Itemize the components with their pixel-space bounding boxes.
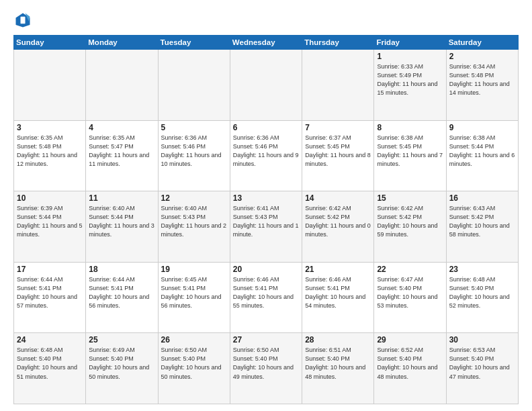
day-number: 17 bbox=[17, 265, 83, 274]
day-info: Sunrise: 6:51 AM Sunset: 5:40 PM Dayligh… bbox=[305, 346, 371, 381]
day-info: Sunrise: 6:37 AM Sunset: 5:45 PM Dayligh… bbox=[305, 134, 371, 169]
day-cell: 11Sunrise: 6:40 AM Sunset: 5:44 PM Dayli… bbox=[86, 191, 158, 263]
day-number: 6 bbox=[233, 123, 299, 132]
day-info: Sunrise: 6:46 AM Sunset: 5:41 PM Dayligh… bbox=[233, 275, 299, 310]
day-number: 13 bbox=[233, 193, 299, 203]
day-number: 15 bbox=[377, 193, 443, 203]
day-cell: 15Sunrise: 6:42 AM Sunset: 5:42 PM Dayli… bbox=[374, 191, 446, 263]
day-cell: 5Sunrise: 6:36 AM Sunset: 5:46 PM Daylig… bbox=[158, 120, 230, 191]
day-cell: 16Sunrise: 6:43 AM Sunset: 5:42 PM Dayli… bbox=[446, 191, 518, 263]
day-info: Sunrise: 6:41 AM Sunset: 5:43 PM Dayligh… bbox=[233, 204, 299, 239]
day-info: Sunrise: 6:36 AM Sunset: 5:46 PM Dayligh… bbox=[161, 134, 227, 169]
day-info: Sunrise: 6:44 AM Sunset: 5:41 PM Dayligh… bbox=[17, 275, 83, 310]
day-number: 7 bbox=[305, 123, 371, 132]
day-number: 16 bbox=[449, 193, 515, 203]
day-cell: 18Sunrise: 6:44 AM Sunset: 5:41 PM Dayli… bbox=[86, 262, 158, 333]
day-number: 11 bbox=[89, 193, 154, 203]
day-number: 28 bbox=[305, 335, 371, 345]
day-cell bbox=[86, 50, 158, 121]
week-row-1: 1Sunrise: 6:33 AM Sunset: 5:49 PM Daylig… bbox=[14, 50, 519, 121]
day-number: 21 bbox=[305, 265, 371, 274]
day-cell: 10Sunrise: 6:39 AM Sunset: 5:44 PM Dayli… bbox=[14, 191, 86, 263]
svg-rect-2 bbox=[21, 17, 26, 24]
day-info: Sunrise: 6:39 AM Sunset: 5:44 PM Dayligh… bbox=[17, 204, 83, 239]
day-number: 24 bbox=[17, 335, 83, 345]
day-cell: 13Sunrise: 6:41 AM Sunset: 5:43 PM Dayli… bbox=[230, 191, 302, 263]
day-cell: 20Sunrise: 6:46 AM Sunset: 5:41 PM Dayli… bbox=[230, 262, 302, 333]
day-number: 2 bbox=[449, 52, 515, 61]
page: SundayMondayTuesdayWednesdayThursdayFrid… bbox=[0, 0, 532, 411]
day-number: 3 bbox=[17, 123, 83, 132]
day-info: Sunrise: 6:33 AM Sunset: 5:49 PM Dayligh… bbox=[377, 62, 443, 97]
day-cell bbox=[302, 50, 374, 121]
day-info: Sunrise: 6:46 AM Sunset: 5:41 PM Dayligh… bbox=[305, 275, 371, 310]
week-row-4: 17Sunrise: 6:44 AM Sunset: 5:41 PM Dayli… bbox=[14, 262, 519, 333]
day-cell: 17Sunrise: 6:44 AM Sunset: 5:41 PM Dayli… bbox=[14, 262, 86, 333]
day-number: 10 bbox=[17, 193, 83, 203]
day-info: Sunrise: 6:34 AM Sunset: 5:48 PM Dayligh… bbox=[449, 62, 515, 97]
day-number: 23 bbox=[449, 265, 515, 274]
col-header-saturday: Saturday bbox=[446, 36, 518, 50]
day-cell: 21Sunrise: 6:46 AM Sunset: 5:41 PM Dayli… bbox=[302, 262, 374, 333]
day-cell: 22Sunrise: 6:47 AM Sunset: 5:40 PM Dayli… bbox=[374, 262, 446, 333]
day-number: 22 bbox=[377, 265, 443, 274]
day-cell: 29Sunrise: 6:52 AM Sunset: 5:40 PM Dayli… bbox=[374, 333, 446, 404]
day-number: 5 bbox=[161, 123, 227, 132]
day-number: 20 bbox=[233, 265, 299, 274]
day-number: 8 bbox=[377, 123, 443, 132]
day-cell bbox=[230, 50, 302, 121]
week-row-2: 3Sunrise: 6:35 AM Sunset: 5:48 PM Daylig… bbox=[14, 120, 519, 191]
col-header-tuesday: Tuesday bbox=[158, 36, 230, 50]
col-header-monday: Monday bbox=[86, 36, 158, 50]
day-info: Sunrise: 6:52 AM Sunset: 5:40 PM Dayligh… bbox=[377, 346, 443, 381]
day-cell bbox=[158, 50, 230, 121]
logo-icon bbox=[13, 11, 32, 30]
header bbox=[13, 11, 519, 30]
day-number: 4 bbox=[89, 123, 154, 132]
day-cell: 3Sunrise: 6:35 AM Sunset: 5:48 PM Daylig… bbox=[14, 120, 86, 191]
day-cell: 6Sunrise: 6:36 AM Sunset: 5:46 PM Daylig… bbox=[230, 120, 302, 191]
day-number: 27 bbox=[233, 335, 299, 345]
day-number: 12 bbox=[161, 193, 227, 203]
day-cell: 23Sunrise: 6:48 AM Sunset: 5:40 PM Dayli… bbox=[446, 262, 518, 333]
day-info: Sunrise: 6:40 AM Sunset: 5:43 PM Dayligh… bbox=[161, 204, 227, 239]
col-header-sunday: Sunday bbox=[14, 36, 86, 50]
week-row-3: 10Sunrise: 6:39 AM Sunset: 5:44 PM Dayli… bbox=[14, 191, 519, 263]
calendar: SundayMondayTuesdayWednesdayThursdayFrid… bbox=[13, 35, 519, 404]
day-number: 30 bbox=[449, 335, 515, 345]
day-info: Sunrise: 6:35 AM Sunset: 5:48 PM Dayligh… bbox=[17, 134, 83, 169]
day-cell: 7Sunrise: 6:37 AM Sunset: 5:45 PM Daylig… bbox=[302, 120, 374, 191]
day-number: 25 bbox=[89, 335, 154, 345]
logo bbox=[13, 11, 35, 30]
day-info: Sunrise: 6:49 AM Sunset: 5:40 PM Dayligh… bbox=[89, 346, 154, 381]
day-number: 29 bbox=[377, 335, 443, 345]
day-number: 18 bbox=[89, 265, 154, 274]
day-info: Sunrise: 6:45 AM Sunset: 5:41 PM Dayligh… bbox=[161, 275, 227, 310]
day-info: Sunrise: 6:43 AM Sunset: 5:42 PM Dayligh… bbox=[449, 204, 515, 239]
day-info: Sunrise: 6:44 AM Sunset: 5:41 PM Dayligh… bbox=[89, 275, 154, 310]
day-info: Sunrise: 6:47 AM Sunset: 5:40 PM Dayligh… bbox=[377, 275, 443, 310]
day-cell bbox=[14, 50, 86, 121]
day-number: 26 bbox=[161, 335, 227, 345]
day-number: 19 bbox=[161, 265, 227, 274]
day-cell: 26Sunrise: 6:50 AM Sunset: 5:40 PM Dayli… bbox=[158, 333, 230, 404]
day-info: Sunrise: 6:48 AM Sunset: 5:40 PM Dayligh… bbox=[449, 275, 515, 310]
day-cell: 2Sunrise: 6:34 AM Sunset: 5:48 PM Daylig… bbox=[446, 50, 518, 121]
day-info: Sunrise: 6:42 AM Sunset: 5:42 PM Dayligh… bbox=[305, 204, 371, 239]
day-cell: 30Sunrise: 6:53 AM Sunset: 5:40 PM Dayli… bbox=[446, 333, 518, 404]
day-info: Sunrise: 6:53 AM Sunset: 5:40 PM Dayligh… bbox=[449, 346, 515, 381]
day-info: Sunrise: 6:50 AM Sunset: 5:40 PM Dayligh… bbox=[233, 346, 299, 381]
col-header-friday: Friday bbox=[374, 36, 446, 50]
day-info: Sunrise: 6:35 AM Sunset: 5:47 PM Dayligh… bbox=[89, 134, 154, 169]
day-number: 1 bbox=[377, 52, 443, 61]
week-row-5: 24Sunrise: 6:48 AM Sunset: 5:40 PM Dayli… bbox=[14, 333, 519, 404]
day-number: 14 bbox=[305, 193, 371, 203]
day-cell: 25Sunrise: 6:49 AM Sunset: 5:40 PM Dayli… bbox=[86, 333, 158, 404]
day-info: Sunrise: 6:38 AM Sunset: 5:44 PM Dayligh… bbox=[449, 134, 515, 169]
header-row: SundayMondayTuesdayWednesdayThursdayFrid… bbox=[14, 36, 519, 50]
day-cell: 1Sunrise: 6:33 AM Sunset: 5:49 PM Daylig… bbox=[374, 50, 446, 121]
col-header-thursday: Thursday bbox=[302, 36, 374, 50]
day-info: Sunrise: 6:36 AM Sunset: 5:46 PM Dayligh… bbox=[233, 134, 299, 169]
day-cell: 27Sunrise: 6:50 AM Sunset: 5:40 PM Dayli… bbox=[230, 333, 302, 404]
col-header-wednesday: Wednesday bbox=[230, 36, 302, 50]
